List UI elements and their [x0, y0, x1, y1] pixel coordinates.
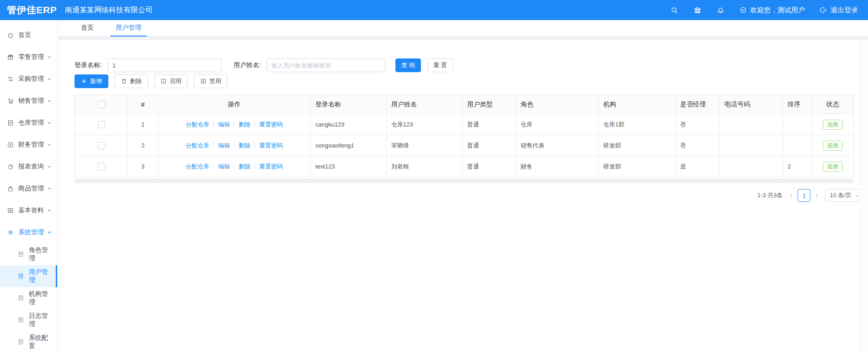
sidebar-item-label: 商品管理: [18, 184, 44, 193]
status-badge[interactable]: 启用: [823, 141, 843, 151]
cell-sort: 2: [783, 156, 812, 177]
table-horizontal-scrollbar[interactable]: [75, 179, 853, 183]
col-is-manager: 是否经理: [676, 95, 720, 114]
chevron-down-icon: [47, 142, 52, 147]
login-name-input[interactable]: [107, 58, 222, 72]
reset-password-link[interactable]: 重置密码: [259, 163, 283, 170]
sidebar-item-system-config[interactable]: 系统配置: [0, 331, 57, 353]
assign-warehouse-link[interactable]: 分配仓库: [186, 142, 209, 149]
trash-icon: [121, 78, 127, 84]
reset-button[interactable]: 重 置: [427, 58, 453, 72]
chevron-down-icon: [47, 208, 52, 213]
content-scrollbar[interactable]: [860, 40, 868, 353]
search-icon[interactable]: [671, 6, 678, 14]
sidebar-item-role-management[interactable]: 角色管理: [0, 243, 57, 265]
link-separator: [234, 163, 234, 169]
chevron-up-icon: [47, 230, 52, 235]
cell-org: 仓库1部: [599, 114, 676, 135]
gear-icon: [7, 229, 14, 236]
welcome-text: 欢迎您，测试用户: [750, 6, 805, 15]
delete-link[interactable]: 删除: [239, 121, 250, 128]
cell-name: 仓库123: [387, 114, 463, 135]
delete-link[interactable]: 删除: [239, 142, 250, 149]
sidebar-item-retail[interactable]: 零售管理: [0, 46, 57, 68]
delete-button[interactable]: 删除: [114, 74, 148, 88]
bank-icon[interactable]: [693, 6, 702, 14]
sidebar-item-purchase[interactable]: 采购管理: [0, 68, 57, 90]
col-phone: 电话号码: [720, 95, 783, 114]
col-role: 角色: [516, 95, 599, 114]
assign-warehouse-link[interactable]: 分配仓库: [186, 163, 209, 170]
col-login-name: 登录名称: [311, 95, 387, 114]
row-checkbox[interactable]: [98, 163, 105, 170]
reset-password-link[interactable]: 重置密码: [259, 142, 283, 149]
sidebar-item-label: 系统管理: [18, 228, 44, 237]
cell-manager: 否: [676, 114, 720, 135]
cell-org: 研发部: [599, 135, 676, 156]
sidebar-item-warehouse[interactable]: 仓库管理: [0, 112, 57, 134]
sidebar-item-reports[interactable]: 报表查询: [0, 156, 57, 178]
user-menu[interactable]: 欢迎您，测试用户: [740, 6, 805, 15]
status-badge[interactable]: 启用: [823, 162, 843, 172]
sidebar-item-finance[interactable]: 财务管理: [0, 134, 57, 156]
tab-user-management[interactable]: 用户管理: [110, 20, 147, 37]
col-org: 机构: [599, 95, 676, 114]
sidebar-item-sales[interactable]: 销售管理: [0, 90, 57, 112]
chevron-down-icon: [47, 77, 52, 81]
tab-home[interactable]: 首页: [75, 20, 99, 37]
sidebar-item-log-management[interactable]: 日志管理: [0, 309, 57, 331]
add-button[interactable]: 新增: [75, 74, 108, 88]
page-size-select[interactable]: 10 条/页: [825, 189, 863, 202]
logout-button[interactable]: 退出登录: [820, 6, 858, 15]
topbar-actions: 欢迎您，测试用户 退出登录: [671, 6, 868, 15]
col-index: #: [128, 95, 158, 114]
col-user-type: 用户类型: [463, 95, 516, 114]
delete-link[interactable]: 删除: [239, 163, 250, 170]
sidebar-item-home[interactable]: 首页: [0, 24, 57, 46]
sidebar-item-goods[interactable]: 商品管理: [0, 178, 57, 200]
col-actions: 操作: [158, 95, 311, 114]
sidebar-item-system[interactable]: 系统管理: [0, 221, 57, 243]
status-badge[interactable]: 启用: [823, 120, 843, 130]
login-name-label: 登录名称:: [75, 61, 102, 69]
sidebar-item-org-management[interactable]: 机构管理: [0, 287, 57, 309]
col-user-name: 用户姓名: [387, 95, 463, 114]
link-separator: [255, 142, 255, 148]
cell-manager: 否: [676, 135, 720, 156]
user-name-input[interactable]: [266, 58, 385, 72]
link-separator: [234, 142, 234, 148]
assign-warehouse-link[interactable]: 分配仓库: [186, 121, 209, 128]
sidebar-item-user-management[interactable]: 用户管理: [0, 265, 57, 287]
plus-icon: [81, 78, 87, 84]
pagination: 1-3 共3条 1 10 条/页: [75, 189, 863, 202]
edit-link[interactable]: 编辑: [218, 163, 230, 170]
link-separator: [234, 121, 234, 127]
cell-login: cangku123: [311, 114, 387, 135]
chevron-down-icon: [47, 121, 52, 125]
cell-login: songxiaofeng1: [311, 135, 387, 156]
search-button[interactable]: 查 询: [395, 58, 421, 72]
row-actions: 分配仓库编辑删除重置密码: [158, 135, 311, 156]
page-number[interactable]: 1: [798, 189, 810, 202]
sidebar-item-label: 零售管理: [18, 53, 44, 61]
row-index: 2: [128, 135, 158, 156]
disable-button[interactable]: 禁用: [194, 74, 228, 88]
bell-icon[interactable]: [717, 6, 724, 14]
enable-button[interactable]: 启用: [154, 74, 188, 88]
prev-page-icon[interactable]: [789, 193, 793, 198]
sidebar-item-basic-data[interactable]: 基本资料: [0, 200, 57, 221]
cell-role: 仓库: [516, 114, 599, 135]
sidebar-item-label: 首页: [18, 31, 31, 39]
cell-role: 财务: [516, 156, 599, 177]
x-square-icon: [200, 78, 207, 84]
select-all-checkbox[interactable]: [98, 101, 105, 108]
row-checkbox[interactable]: [98, 142, 105, 149]
edit-link[interactable]: 编辑: [218, 121, 230, 128]
finance-icon: [7, 141, 14, 148]
row-checkbox[interactable]: [98, 121, 105, 128]
edit-link[interactable]: 编辑: [218, 142, 230, 149]
document-icon: [17, 251, 25, 258]
next-page-icon[interactable]: [815, 193, 819, 198]
app-logo: 管伊佳ERP: [0, 4, 59, 16]
reset-password-link[interactable]: 重置密码: [259, 121, 283, 128]
